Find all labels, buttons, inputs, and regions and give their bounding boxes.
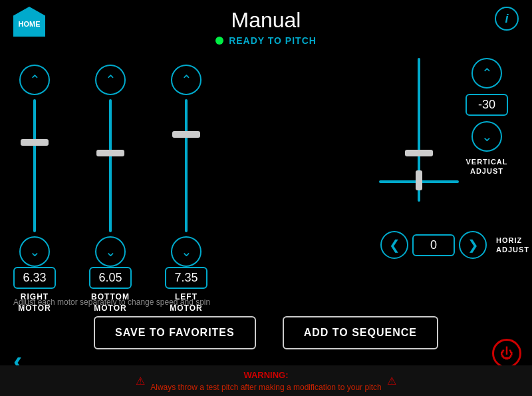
warning-label: WARNING: bbox=[243, 370, 288, 380]
bottom-actions: SAVE TO FAVORITES ADD TO SEQUENCE bbox=[0, 312, 532, 353]
page-title: Manual bbox=[231, 8, 301, 33]
left-motor-up-button[interactable]: ⌃ bbox=[171, 65, 201, 95]
right-motor-unit: ⌃ ⌄ 6.33 RIGHT MOTOR bbox=[13, 65, 56, 314]
warning-icon-right: ⚠ bbox=[387, 375, 396, 387]
save-favorites-button[interactable]: SAVE TO FAVORITES bbox=[94, 316, 256, 349]
vertical-up-button[interactable]: ⌃ bbox=[471, 58, 502, 89]
right-motor-value: 6.33 bbox=[13, 267, 56, 289]
horizontal-label: HORIZ ADJUST bbox=[496, 236, 529, 255]
warning-icon-left: ⚠ bbox=[136, 375, 145, 387]
right-motor-up-button[interactable]: ⌃ bbox=[19, 65, 50, 95]
ready-status: READY TO PITCH bbox=[0, 35, 532, 46]
bottom-motor-slider-thumb[interactable] bbox=[96, 150, 124, 156]
bottom-motor-up-button[interactable]: ⌃ bbox=[95, 65, 126, 95]
vertical-controls: ⌃ -30 ⌄ VERTICAL ADJUST bbox=[466, 58, 508, 238]
hint-text: Adjust each motor separately to change s… bbox=[0, 297, 532, 307]
vertical-value: -30 bbox=[466, 94, 508, 116]
bottom-motor-value: 6.05 bbox=[89, 267, 132, 289]
left-motor-value: 7.35 bbox=[165, 267, 207, 289]
header: Manual bbox=[0, 0, 532, 35]
stop-button[interactable]: ⏻ bbox=[492, 339, 521, 368]
right-motor-slider-thumb[interactable] bbox=[21, 139, 49, 146]
left-motor-unit: ⌃ ⌄ 7.35 LEFT MOTOR bbox=[165, 65, 207, 314]
adjust-section: ⌃ -30 ⌄ VERTICAL ADJUST ❮ 0 ❯ HORIZ ADJU… bbox=[366, 51, 519, 297]
left-motor-slider-thumb[interactable] bbox=[172, 131, 200, 138]
warning-subtext: Always throw a test pitch after making a… bbox=[150, 383, 382, 392]
right-motor-down-button[interactable]: ⌄ bbox=[19, 236, 50, 267]
warning-block: WARNING: Always throw a test pitch after… bbox=[150, 369, 382, 393]
vertical-label: VERTICAL ADJUST bbox=[466, 157, 508, 176]
vertical-slider-thumb[interactable] bbox=[405, 150, 433, 156]
horizontal-slider-thumb[interactable] bbox=[416, 170, 422, 190]
footer-warning: ⚠ WARNING: Always throw a test pitch aft… bbox=[0, 365, 532, 396]
stop-icon: ⏻ bbox=[500, 346, 513, 361]
main-area: ⌃ ⌄ 6.33 RIGHT MOTOR ⌃ ⌄ 6.05 bbox=[0, 51, 532, 297]
add-sequence-button[interactable]: ADD TO SEQUENCE bbox=[283, 316, 438, 349]
bottom-motor-unit: ⌃ ⌄ 6.05 BOTTOM MOTOR bbox=[89, 65, 132, 314]
left-motor-down-button[interactable]: ⌄ bbox=[171, 236, 201, 267]
motors-section: ⌃ ⌄ 6.33 RIGHT MOTOR ⌃ ⌄ 6.05 bbox=[13, 51, 366, 297]
horizontal-right-button[interactable]: ❯ bbox=[459, 231, 487, 259]
ready-dot bbox=[215, 37, 223, 45]
cross-slider-area bbox=[379, 58, 459, 238]
vertical-down-button[interactable]: ⌄ bbox=[471, 121, 502, 152]
ready-text: READY TO PITCH bbox=[229, 35, 317, 46]
bottom-motor-down-button[interactable]: ⌄ bbox=[95, 236, 126, 267]
